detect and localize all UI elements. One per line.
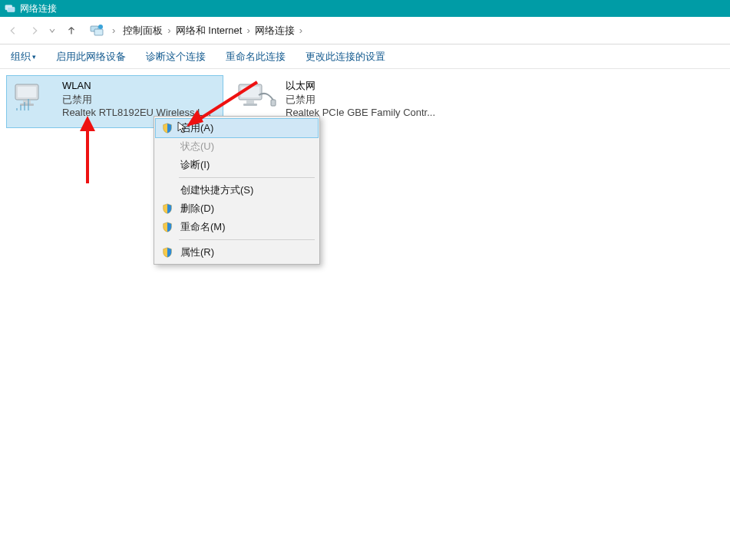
- chevron-right-icon: ›: [167, 25, 170, 36]
- titlebar: 网络连接: [0, 0, 730, 17]
- ctx-item-label: 诊断(I): [180, 158, 210, 172]
- toolbar-organize-button[interactable]: 组织 ▾: [11, 50, 36, 64]
- adapter-text: 以太网 已禁用 Realtek PCIe GBE Family Contr...: [286, 79, 435, 120]
- navbar: › 控制面板 › 网络和 Internet › 网络连接 ›: [0, 17, 730, 44]
- chevron-right-icon: ›: [112, 25, 115, 36]
- chevron-right-icon: ›: [299, 25, 302, 36]
- ctx-item-label: 状态(U): [180, 140, 214, 153]
- toolbar-change-settings-button[interactable]: 更改此连接的设置: [306, 50, 385, 64]
- adapter-name: 以太网: [286, 79, 435, 93]
- ctx-create-shortcut[interactable]: 创建快捷方式(S): [156, 181, 318, 199]
- svg-rect-11: [246, 100, 254, 104]
- spacer-icon: [160, 158, 174, 172]
- nav-back-icon[interactable]: [6, 24, 20, 38]
- toolbar-enable-device-button[interactable]: 启用此网络设备: [56, 50, 126, 64]
- ctx-properties[interactable]: 属性(R): [156, 243, 318, 262]
- svg-rect-3: [94, 29, 103, 35]
- svg-rect-1: [8, 7, 15, 12]
- cursor-icon: [177, 121, 189, 133]
- shield-icon: [160, 245, 174, 259]
- breadcrumb-item[interactable]: 网络和 Internet: [176, 24, 243, 38]
- svg-point-4: [98, 25, 103, 29]
- breadcrumb-item[interactable]: 控制面板: [123, 24, 163, 38]
- menu-separator: [179, 239, 315, 240]
- nav-history-dropdown-icon[interactable]: [49, 25, 57, 36]
- ctx-rename[interactable]: 重命名(M): [156, 218, 318, 236]
- ctx-delete[interactable]: 删除(D): [156, 199, 318, 218]
- ctx-item-label: 创建快捷方式(S): [180, 183, 253, 197]
- content-area: WLAN 已禁用 Realtek RTL8192EU Wireless L...…: [0, 69, 730, 134]
- adapter-text: WLAN 已禁用 Realtek RTL8192EU Wireless L...: [62, 79, 211, 120]
- svg-rect-8: [20, 104, 34, 106]
- caret-down-icon: ▾: [32, 53, 36, 61]
- nav-up-icon[interactable]: [64, 24, 78, 38]
- breadcrumb-item[interactable]: 网络连接: [255, 24, 295, 38]
- ethernet-adapter-icon: [235, 79, 278, 114]
- shield-icon: [160, 202, 174, 216]
- ctx-diagnose[interactable]: 诊断(I): [156, 156, 318, 174]
- svg-rect-10: [241, 87, 259, 97]
- ctx-item-label: 属性(R): [180, 245, 214, 259]
- toolbar: 组织 ▾ 启用此网络设备 诊断这个连接 重命名此连接 更改此连接的设置: [0, 44, 730, 69]
- ctx-item-label: 删除(D): [180, 202, 214, 216]
- adapter-name: WLAN: [62, 79, 211, 93]
- address-location-icon: [89, 23, 104, 38]
- spacer-icon: [160, 183, 174, 197]
- svg-rect-6: [18, 87, 36, 97]
- shield-icon: [160, 121, 174, 135]
- spacer-icon: [160, 140, 174, 153]
- ctx-item-label: 重命名(M): [180, 220, 226, 234]
- svg-rect-12: [243, 104, 257, 106]
- breadcrumb: 控制面板 › 网络和 Internet › 网络连接 ›: [123, 24, 302, 38]
- nav-forward-icon[interactable]: [28, 24, 41, 38]
- adapter-status: 已禁用: [286, 93, 435, 107]
- adapter-status: 已禁用: [62, 93, 211, 107]
- network-connections-icon: [5, 3, 15, 14]
- menu-separator: [179, 177, 315, 178]
- context-menu: 启用(A) 状态(U) 诊断(I) 创建快捷方式(S) 删除(D) 重命名(M): [154, 116, 320, 265]
- toolbar-diagnose-button[interactable]: 诊断这个连接: [146, 50, 206, 64]
- shield-icon: [160, 220, 174, 234]
- ctx-status: 状态(U): [156, 137, 318, 156]
- chevron-right-icon: ›: [246, 25, 249, 36]
- toolbar-organize-label: 组织: [11, 50, 31, 64]
- wifi-adapter-icon: [12, 79, 55, 114]
- svg-rect-13: [271, 100, 276, 106]
- toolbar-rename-button[interactable]: 重命名此连接: [226, 50, 286, 64]
- window-title: 网络连接: [20, 2, 57, 15]
